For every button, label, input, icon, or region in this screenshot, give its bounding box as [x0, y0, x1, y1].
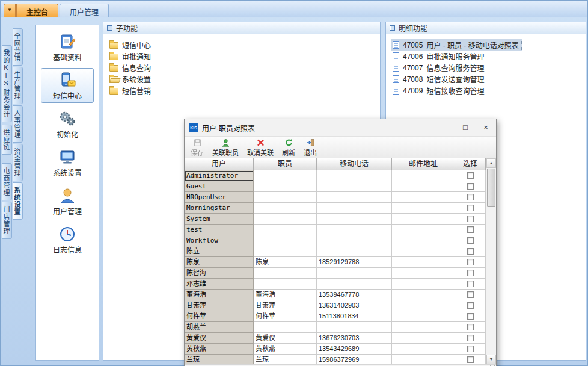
column-header[interactable]: 选择	[455, 158, 486, 170]
detail-function-item[interactable]: 47007 信息查询服务管理	[391, 62, 586, 73]
subfunction-item[interactable]: 短信中心	[109, 39, 380, 51]
cell-mobile-phone[interactable]: 18529129788	[317, 257, 392, 268]
cell-employee[interactable]: 陈泉	[254, 257, 317, 268]
row-checkbox[interactable]	[467, 313, 474, 320]
cell-user[interactable]: test	[185, 225, 254, 235]
table-row[interactable]: 甘素萍 甘素萍 13631402903	[185, 300, 486, 311]
detail-function-item[interactable]: 47008 短信发送查询管理	[391, 73, 586, 85]
table-row[interactable]: 何杵苹 何杵苹 15113801834	[185, 311, 486, 322]
side-tab[interactable]: 人事管理	[13, 105, 23, 143]
cell-mobile-phone[interactable]: 15986372969	[317, 355, 392, 364]
cell-email[interactable]	[392, 192, 455, 203]
cell-employee[interactable]	[254, 322, 317, 333]
cell-mobile-phone[interactable]	[317, 214, 392, 225]
side-tab[interactable]: 门店管理	[2, 202, 12, 239]
cell-user[interactable]: 胡燕兰	[185, 322, 254, 333]
cell-mobile-phone[interactable]	[317, 192, 392, 203]
side-tab[interactable]: 系统设置	[13, 182, 23, 220]
detail-function-item[interactable]: 47009 短信接收查询管理	[391, 85, 586, 96]
cell-user[interactable]: 董海浩	[185, 290, 254, 300]
module-item-sms-center[interactable]: 短信中心	[41, 68, 94, 103]
subfunction-item[interactable]: 系统设置	[109, 73, 380, 85]
row-checkbox[interactable]	[467, 194, 474, 200]
cell-email[interactable]	[392, 181, 455, 192]
table-row[interactable]: 黄爱仪 黄爱仪 13676230703	[185, 333, 486, 344]
table-row[interactable]: Administrator	[185, 170, 486, 181]
table-row[interactable]: Workflow	[185, 235, 486, 246]
cell-email[interactable]	[392, 290, 455, 300]
cell-user[interactable]: 邓志维	[185, 279, 254, 290]
column-header[interactable]: 用户	[185, 158, 254, 170]
cell-email[interactable]	[392, 311, 455, 322]
table-row[interactable]: 黄秋燕 黄秋燕 13543429689	[185, 344, 486, 355]
cell-mobile-phone[interactable]: 13676230703	[317, 333, 392, 344]
column-header[interactable]: 职员	[254, 158, 317, 170]
table-row[interactable]: 邓志维	[185, 279, 486, 290]
cell-employee[interactable]	[254, 192, 317, 203]
subfunction-item[interactable]: 审批通知	[109, 51, 380, 62]
cell-user[interactable]: 何杵苹	[185, 311, 254, 322]
dialog-titlebar[interactable]: KIS 用户-职员对照表 – □ ×	[185, 119, 496, 136]
module-item-initialize[interactable]: 初始化	[41, 107, 94, 141]
cell-employee[interactable]	[254, 214, 317, 225]
cell-mobile-phone[interactable]	[317, 181, 392, 192]
detail-function-item[interactable]: 47006 审批通知服务管理	[391, 51, 586, 62]
cell-user[interactable]: Morningstar	[185, 203, 254, 214]
side-tab[interactable]: 资金管理	[13, 144, 23, 181]
tab-user-management[interactable]: 用户管理	[60, 4, 109, 17]
cell-user[interactable]: 黄爱仪	[185, 333, 254, 344]
cell-email[interactable]	[392, 225, 455, 235]
table-row[interactable]: 陈智海	[185, 268, 486, 279]
refresh-button[interactable]: 刷新	[278, 137, 299, 158]
cell-user[interactable]: 陈泉	[185, 257, 254, 268]
column-header[interactable]: 邮件地址	[392, 158, 455, 170]
cell-employee[interactable]	[254, 225, 317, 235]
cell-mobile-phone[interactable]	[317, 170, 392, 181]
row-checkbox[interactable]	[467, 216, 474, 222]
cell-user[interactable]: HROpenUser	[185, 192, 254, 203]
cell-employee[interactable]	[254, 170, 317, 181]
cell-employee[interactable]: 兰琼	[254, 355, 317, 364]
cell-mobile-phone[interactable]	[317, 246, 392, 257]
side-tab[interactable]: 生产管理	[13, 67, 23, 104]
row-checkbox[interactable]	[467, 248, 474, 255]
cell-mobile-phone[interactable]	[317, 203, 392, 214]
cell-email[interactable]	[392, 279, 455, 290]
subfunction-item[interactable]: 短信营销	[109, 85, 380, 96]
cell-mobile-phone[interactable]: 13539467778	[317, 290, 392, 300]
cell-employee[interactable]: 黄秋燕	[254, 344, 317, 355]
link-employee-button[interactable]: 关联职员	[208, 137, 243, 158]
cell-email[interactable]	[392, 355, 455, 364]
module-item-system-settings[interactable]: 系统设置	[41, 145, 94, 180]
cell-mobile-phone[interactable]: 13631402903	[317, 300, 392, 311]
cell-mobile-phone[interactable]	[317, 279, 392, 290]
cell-email[interactable]	[392, 246, 455, 257]
row-checkbox[interactable]	[467, 172, 474, 179]
cell-user[interactable]: Administrator	[185, 170, 254, 181]
tab-main-console[interactable]: 主控台	[16, 4, 58, 17]
row-checkbox[interactable]	[467, 226, 474, 233]
row-checkbox[interactable]	[467, 346, 474, 352]
row-checkbox[interactable]	[467, 237, 474, 244]
cell-email[interactable]	[392, 322, 455, 333]
cell-employee[interactable]	[254, 181, 317, 192]
table-row[interactable]: 董海浩 董海浩 13539467778	[185, 290, 486, 300]
cell-employee[interactable]	[254, 268, 317, 279]
row-checkbox[interactable]	[467, 183, 474, 190]
vertical-scrollbar[interactable]: ▲ ▼	[486, 158, 496, 364]
side-tab[interactable]: 全网营销	[13, 28, 23, 66]
module-item-user-management[interactable]: 用户管理	[41, 184, 94, 219]
cell-user[interactable]: 兰琼	[185, 355, 254, 364]
cell-employee[interactable]: 何杵苹	[254, 311, 317, 322]
cell-user[interactable]: Workflow	[185, 235, 254, 246]
cell-employee[interactable]: 甘素萍	[254, 300, 317, 311]
minimize-button[interactable]: –	[435, 119, 455, 136]
row-checkbox[interactable]	[467, 356, 474, 363]
row-checkbox[interactable]	[467, 302, 474, 309]
table-row[interactable]: HROpenUser	[185, 192, 486, 203]
cell-user[interactable]: Guest	[185, 181, 254, 192]
row-checkbox[interactable]	[467, 281, 474, 287]
cell-mobile-phone[interactable]: 13543429689	[317, 344, 392, 355]
maximize-button[interactable]: □	[455, 119, 476, 136]
module-item-base-data[interactable]: 基础资料	[41, 29, 94, 64]
